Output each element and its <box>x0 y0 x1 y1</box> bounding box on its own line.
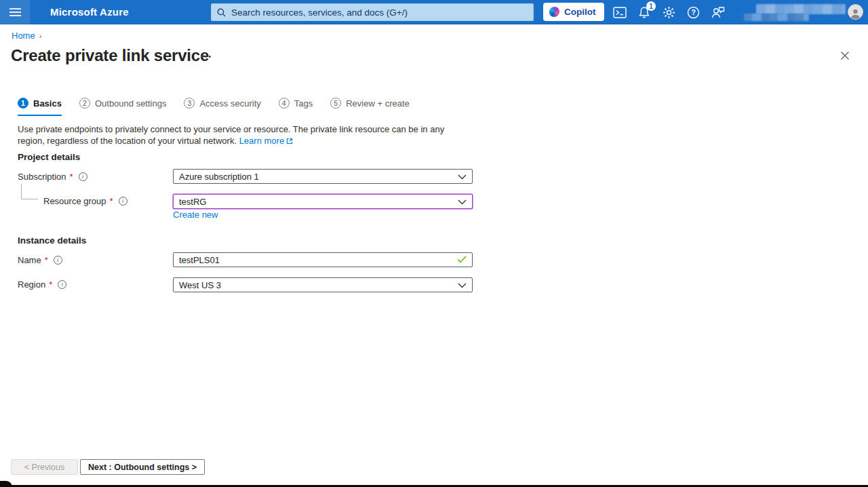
chevron-down-icon <box>458 280 467 290</box>
name-input-wrapper <box>173 252 473 267</box>
required-marker: * <box>49 279 52 290</box>
breadcrumb-home-link[interactable]: Home <box>12 31 35 41</box>
name-info-icon[interactable]: i <box>54 256 62 265</box>
region-dropdown[interactable]: West US 3 <box>173 277 473 292</box>
account-info-blurred[interactable] <box>756 4 846 14</box>
valid-check-icon <box>457 255 467 265</box>
copilot-button[interactable]: Copilot <box>543 3 604 21</box>
chevron-down-icon <box>458 172 467 182</box>
project-details-heading: Project details <box>18 152 80 162</box>
create-new-link[interactable]: Create new <box>173 210 218 220</box>
window-bottom-corner <box>0 481 12 487</box>
more-options-icon[interactable] <box>199 54 212 59</box>
indent-connector <box>21 184 38 199</box>
svg-text:?: ? <box>691 8 696 16</box>
settings-gear-icon[interactable] <box>661 5 676 20</box>
copilot-label: Copilot <box>564 7 596 17</box>
brand-title[interactable]: Microsoft Azure <box>50 6 129 18</box>
previous-button[interactable]: < Previous <box>11 459 78 475</box>
global-search[interactable] <box>211 3 534 21</box>
breadcrumb: Home › <box>12 31 41 41</box>
tab-basics[interactable]: 1 Basics <box>18 98 62 116</box>
name-input[interactable] <box>179 255 457 265</box>
external-link-icon <box>286 136 293 148</box>
search-icon <box>217 8 226 17</box>
tab-review-create-number: 5 <box>330 98 341 109</box>
region-value: West US 3 <box>179 280 221 290</box>
subscription-label: Subscription* i <box>18 172 87 182</box>
required-marker: * <box>110 196 113 206</box>
region-label: Region* i <box>18 279 66 290</box>
tab-access-security[interactable]: 3 Access security <box>184 98 260 116</box>
help-icon[interactable]: ? <box>686 5 701 20</box>
tab-access-security-label: Access security <box>199 98 260 109</box>
breadcrumb-chevron-icon: › <box>39 32 42 40</box>
tab-outbound-settings[interactable]: 2 Outbound settings <box>79 98 167 116</box>
hamburger-menu-icon[interactable] <box>0 0 30 24</box>
avatar[interactable] <box>848 4 863 20</box>
feedback-icon[interactable] <box>710 5 725 20</box>
instance-details-heading: Instance details <box>18 235 86 246</box>
region-info-icon[interactable]: i <box>58 280 66 289</box>
required-marker: * <box>70 172 73 182</box>
resource-group-label: Resource group* i <box>43 196 127 206</box>
name-label: Name* i <box>18 255 62 265</box>
subscription-info-icon[interactable]: i <box>79 172 87 181</box>
tab-access-security-number: 3 <box>184 98 195 109</box>
tab-review-create-label: Review + create <box>346 98 410 109</box>
hamburger-bars <box>9 6 21 18</box>
close-blade-icon[interactable] <box>840 50 852 62</box>
notifications-bell-icon[interactable]: 1 <box>637 5 652 20</box>
page-title: Create private link service <box>11 46 209 65</box>
azure-top-bar: Microsoft Azure Copilot 1 <box>0 0 868 24</box>
resource-group-info-icon[interactable]: i <box>119 197 127 206</box>
tab-tags[interactable]: 4 Tags <box>279 98 313 116</box>
copilot-icon <box>549 7 559 17</box>
tab-basics-label: Basics <box>33 98 62 109</box>
tab-tags-number: 4 <box>279 98 290 109</box>
subscription-dropdown[interactable]: Azure subscription 1 <box>173 169 473 184</box>
notification-count-badge: 1 <box>646 1 656 11</box>
learn-more-link[interactable]: Learn more <box>239 136 284 146</box>
wizard-tabs: 1 Basics 2 Outbound settings 3 Access se… <box>18 98 410 116</box>
tab-outbound-settings-label: Outbound settings <box>95 98 167 109</box>
tab-basics-number: 1 <box>18 98 28 109</box>
account-directory-blurred <box>744 14 809 21</box>
resource-group-dropdown[interactable]: testRG <box>173 194 473 209</box>
next-button[interactable]: Next : Outbound settings > <box>80 459 205 475</box>
intro-text: Use private endpoints to privately conne… <box>18 124 473 147</box>
tab-outbound-settings-number: 2 <box>79 98 90 109</box>
cloud-shell-icon[interactable] <box>612 5 627 20</box>
required-marker: * <box>45 255 48 265</box>
tab-tags-label: Tags <box>294 98 313 109</box>
resource-group-value: testRG <box>179 197 206 207</box>
tab-review-create[interactable]: 5 Review + create <box>330 98 410 116</box>
chevron-down-icon <box>458 197 467 207</box>
search-input[interactable] <box>231 7 528 18</box>
subscription-value: Azure subscription 1 <box>179 172 259 182</box>
